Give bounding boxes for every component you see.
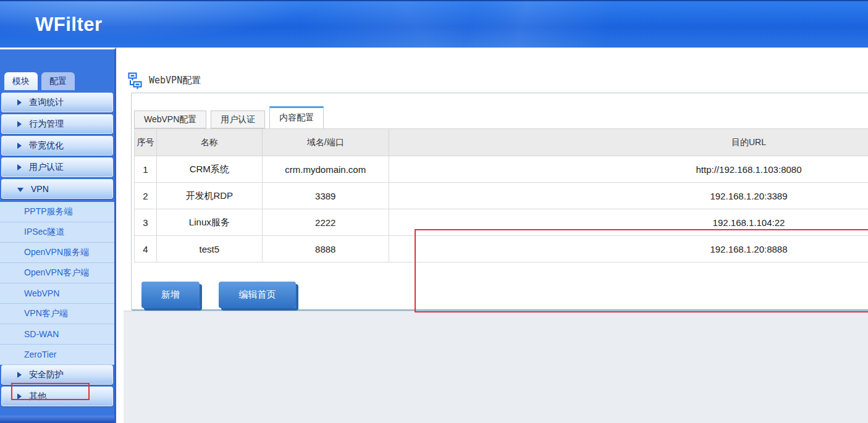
tab-webvpn-config[interactable]: WebVPN配置 <box>134 111 206 128</box>
sidebar-item-pptp-server[interactable]: PPTP服务端 <box>0 202 114 222</box>
cell-no: 3 <box>135 209 157 236</box>
cell-no: 2 <box>135 183 157 209</box>
sidebar-tab-config[interactable]: 配置 <box>41 72 75 90</box>
chevron-right-icon <box>17 99 22 106</box>
content-config-table: 序号 名称 域名/端口 目的URL 1 CRM系统 crm.mydomain.c… <box>134 128 868 262</box>
tab-content-config[interactable]: 内容配置 <box>269 106 324 128</box>
sidebar-item-query-stats[interactable]: 查询统计 <box>1 93 113 112</box>
chevron-down-icon <box>17 188 23 192</box>
sitemap-icon <box>128 72 142 89</box>
edit-homepage-button[interactable]: 编辑首页 <box>219 282 296 308</box>
table-row: 3 Linux服务 2222 192.168.1.104:22 <box>135 209 868 236</box>
sidebar-item-vpn-client[interactable]: VPN客户端 <box>0 304 114 324</box>
app-window: WFilter 模块 配置 查询统计 行为管理 带宽优化 用户认证 <box>0 0 868 423</box>
cell-name: test5 <box>157 236 262 262</box>
webvpn-config-panel: WebVPN配置 用户认证 内容配置 序号 名称 域名/端口 目的URL 1 <box>131 93 868 311</box>
col-header-target-url: 目的URL <box>389 129 868 156</box>
cell-target-url: 192.168.1.20:8888 <box>389 236 868 262</box>
sidebar: 模块 配置 查询统计 行为管理 带宽优化 用户认证 VPN <box>0 48 116 423</box>
sidebar-item-ipsec-tunnel[interactable]: IPSec隧道 <box>0 222 114 243</box>
content-footer-area <box>124 311 868 423</box>
sidebar-item-bandwidth[interactable]: 带宽优化 <box>1 136 113 156</box>
sidebar-tab-modules[interactable]: 模块 <box>4 72 38 90</box>
sidebar-item-label: 其他 <box>29 391 46 402</box>
cell-target-url: 192.168.1.104:22 <box>389 209 868 236</box>
chevron-right-icon <box>17 372 22 378</box>
sidebar-vpn-submenu: PPTP服务端 IPSec隧道 OpenVPN服务端 OpenVPN客户端 We… <box>0 202 114 365</box>
col-header-domain-port: 域名/端口 <box>262 129 389 156</box>
wfilter-logo: WFilter <box>35 14 103 36</box>
cell-domain-port: 8888 <box>262 236 389 262</box>
cell-name: Linux服务 <box>157 209 262 236</box>
main-content: WebVPN配置 WebVPN配置 用户认证 内容配置 序号 名称 域名/端口 … <box>116 48 868 423</box>
sidebar-item-webvpn[interactable]: WebVPN <box>0 283 114 304</box>
cell-target-url: 192.168.1.20:3389 <box>389 183 868 209</box>
cell-no: 4 <box>135 236 157 262</box>
cell-domain-port: 2222 <box>262 209 389 236</box>
cell-domain-port: 3389 <box>262 183 389 209</box>
sidebar-item-sd-wan[interactable]: SD-WAN <box>0 324 114 345</box>
sidebar-tabs: 模块 配置 <box>0 72 114 90</box>
sidebar-item-label: VPN <box>31 184 49 194</box>
sidebar-item-security[interactable]: 安全防护 <box>1 365 113 385</box>
table-header-row: 序号 名称 域名/端口 目的URL <box>135 129 868 156</box>
action-buttons: 新增 编辑首页 <box>141 282 296 308</box>
sidebar-item-behavior-mgmt[interactable]: 行为管理 <box>1 114 113 134</box>
cell-target-url: http://192.168.1.103:8080 <box>389 156 868 183</box>
app-header: WFilter <box>0 0 868 48</box>
sidebar-item-user-auth[interactable]: 用户认证 <box>1 157 113 177</box>
tab-user-auth[interactable]: 用户认证 <box>211 111 265 128</box>
sidebar-item-zerotier[interactable]: ZeroTier <box>0 345 114 365</box>
sidebar-item-label: 用户认证 <box>29 162 64 173</box>
page-title-text: WebVPN配置 <box>149 75 201 86</box>
sidebar-item-label: 安全防护 <box>29 369 64 380</box>
cell-domain-port: crm.mydomain.com <box>262 156 389 183</box>
sidebar-item-vpn[interactable]: VPN <box>1 179 113 199</box>
sidebar-bottom-edge <box>0 416 114 423</box>
col-header-no: 序号 <box>135 129 157 156</box>
cell-name: CRM系统 <box>157 156 262 183</box>
sidebar-item-label: 查询统计 <box>29 97 64 108</box>
chevron-right-icon <box>17 143 22 149</box>
sidebar-item-other[interactable]: 其他 <box>1 387 113 406</box>
sidebar-item-label: 带宽优化 <box>29 140 64 151</box>
table-row: 2 开发机RDP 3389 192.168.1.20:3389 <box>135 183 868 209</box>
cell-no: 1 <box>135 156 157 183</box>
chevron-right-icon <box>17 164 22 170</box>
content-tabs: WebVPN配置 用户认证 内容配置 <box>134 107 324 128</box>
page-title: WebVPN配置 <box>128 72 201 89</box>
sidebar-menu: 查询统计 行为管理 带宽优化 用户认证 VPN PPTP服务端 IPSec隧道 <box>0 93 114 406</box>
sidebar-item-label: 行为管理 <box>29 119 64 130</box>
col-header-name: 名称 <box>157 129 262 156</box>
cell-name: 开发机RDP <box>157 183 262 209</box>
table-row: 4 test5 8888 192.168.1.20:8888 <box>135 236 868 262</box>
sidebar-item-openvpn-server[interactable]: OpenVPN服务端 <box>0 243 114 263</box>
sidebar-item-openvpn-client[interactable]: OpenVPN客户端 <box>0 263 114 283</box>
add-button[interactable]: 新增 <box>141 282 200 308</box>
chevron-right-icon <box>17 121 22 127</box>
chevron-right-icon <box>17 393 22 400</box>
table-row: 1 CRM系统 crm.mydomain.com http://192.168.… <box>135 156 868 183</box>
